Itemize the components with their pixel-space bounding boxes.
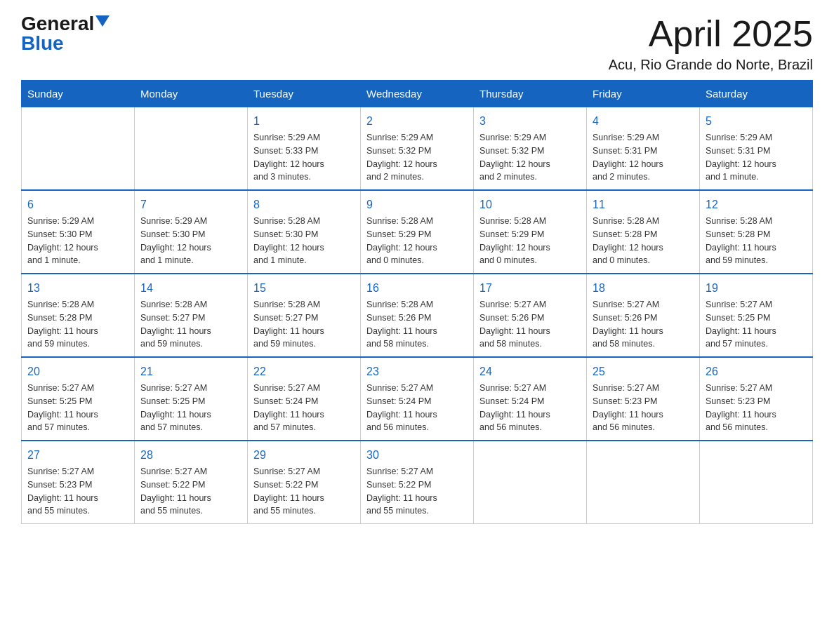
- day-info: Sunrise: 5:28 AM Sunset: 5:30 PM Dayligh…: [253, 215, 355, 267]
- table-row: 15Sunrise: 5:28 AM Sunset: 5:27 PM Dayli…: [248, 274, 361, 357]
- table-row: 24Sunrise: 5:27 AM Sunset: 5:24 PM Dayli…: [474, 357, 587, 441]
- table-row: 23Sunrise: 5:27 AM Sunset: 5:24 PM Dayli…: [361, 357, 474, 441]
- table-row: [700, 441, 813, 524]
- title-area: April 2025 Acu, Rio Grande do Norte, Bra…: [609, 14, 813, 73]
- day-number: 29: [253, 447, 355, 464]
- page-header: General Blue April 2025 Acu, Rio Grande …: [21, 14, 813, 73]
- header-monday: Monday: [135, 81, 248, 107]
- calendar-week-row: 20Sunrise: 5:27 AM Sunset: 5:25 PM Dayli…: [22, 357, 813, 441]
- day-info: Sunrise: 5:27 AM Sunset: 5:23 PM Dayligh…: [27, 465, 128, 518]
- header-wednesday: Wednesday: [361, 81, 474, 107]
- day-number: 12: [706, 196, 807, 213]
- day-number: 23: [366, 363, 468, 380]
- table-row: 26Sunrise: 5:27 AM Sunset: 5:23 PM Dayli…: [700, 357, 813, 441]
- table-row: [474, 441, 587, 524]
- table-row: 27Sunrise: 5:27 AM Sunset: 5:23 PM Dayli…: [22, 441, 135, 524]
- day-number: 5: [706, 113, 807, 130]
- day-info: Sunrise: 5:27 AM Sunset: 5:24 PM Dayligh…: [366, 382, 468, 434]
- day-number: 21: [140, 363, 241, 380]
- table-row: 12Sunrise: 5:28 AM Sunset: 5:28 PM Dayli…: [700, 190, 813, 274]
- table-row: 3Sunrise: 5:29 AM Sunset: 5:32 PM Daylig…: [474, 107, 587, 191]
- table-row: 18Sunrise: 5:27 AM Sunset: 5:26 PM Dayli…: [587, 274, 700, 357]
- table-row: 21Sunrise: 5:27 AM Sunset: 5:25 PM Dayli…: [135, 357, 248, 441]
- table-row: 2Sunrise: 5:29 AM Sunset: 5:32 PM Daylig…: [361, 107, 474, 191]
- day-info: Sunrise: 5:27 AM Sunset: 5:22 PM Dayligh…: [253, 465, 355, 518]
- table-row: [135, 107, 248, 191]
- day-number: 6: [27, 196, 128, 213]
- table-row: 14Sunrise: 5:28 AM Sunset: 5:27 PM Dayli…: [135, 274, 248, 357]
- table-row: 10Sunrise: 5:28 AM Sunset: 5:29 PM Dayli…: [474, 190, 587, 274]
- day-info: Sunrise: 5:29 AM Sunset: 5:32 PM Dayligh…: [479, 131, 581, 184]
- day-number: 14: [140, 280, 241, 297]
- day-info: Sunrise: 5:27 AM Sunset: 5:25 PM Dayligh…: [27, 382, 128, 434]
- logo-general-text: General: [21, 14, 94, 34]
- day-info: Sunrise: 5:27 AM Sunset: 5:24 PM Dayligh…: [479, 382, 581, 434]
- calendar-week-row: 6Sunrise: 5:29 AM Sunset: 5:30 PM Daylig…: [22, 190, 813, 274]
- day-info: Sunrise: 5:27 AM Sunset: 5:26 PM Dayligh…: [479, 298, 581, 351]
- day-number: 1: [253, 113, 355, 130]
- logo-blue-text: Blue: [21, 32, 64, 54]
- header-saturday: Saturday: [700, 81, 813, 107]
- day-info: Sunrise: 5:27 AM Sunset: 5:24 PM Dayligh…: [253, 382, 355, 434]
- table-row: 5Sunrise: 5:29 AM Sunset: 5:31 PM Daylig…: [700, 107, 813, 191]
- day-info: Sunrise: 5:28 AM Sunset: 5:27 PM Dayligh…: [253, 298, 355, 351]
- calendar-week-row: 13Sunrise: 5:28 AM Sunset: 5:28 PM Dayli…: [22, 274, 813, 357]
- day-number: 10: [479, 196, 581, 213]
- calendar-week-row: 1Sunrise: 5:29 AM Sunset: 5:33 PM Daylig…: [22, 107, 813, 191]
- table-row: 4Sunrise: 5:29 AM Sunset: 5:31 PM Daylig…: [587, 107, 700, 191]
- day-number: 9: [366, 196, 468, 213]
- table-row: 28Sunrise: 5:27 AM Sunset: 5:22 PM Dayli…: [135, 441, 248, 524]
- day-number: 19: [706, 280, 807, 297]
- day-info: Sunrise: 5:27 AM Sunset: 5:23 PM Dayligh…: [593, 382, 694, 434]
- day-number: 28: [140, 447, 241, 464]
- day-info: Sunrise: 5:29 AM Sunset: 5:33 PM Dayligh…: [253, 131, 355, 184]
- day-info: Sunrise: 5:28 AM Sunset: 5:29 PM Dayligh…: [479, 215, 581, 267]
- day-info: Sunrise: 5:28 AM Sunset: 5:29 PM Dayligh…: [366, 215, 468, 267]
- day-number: 25: [593, 363, 694, 380]
- logo: General Blue: [21, 14, 110, 53]
- day-info: Sunrise: 5:28 AM Sunset: 5:28 PM Dayligh…: [706, 215, 807, 267]
- day-number: 26: [706, 363, 807, 380]
- day-info: Sunrise: 5:28 AM Sunset: 5:26 PM Dayligh…: [366, 298, 468, 351]
- table-row: 9Sunrise: 5:28 AM Sunset: 5:29 PM Daylig…: [361, 190, 474, 274]
- table-row: 22Sunrise: 5:27 AM Sunset: 5:24 PM Dayli…: [248, 357, 361, 441]
- table-row: 16Sunrise: 5:28 AM Sunset: 5:26 PM Dayli…: [361, 274, 474, 357]
- day-number: 20: [27, 363, 128, 380]
- table-row: 8Sunrise: 5:28 AM Sunset: 5:30 PM Daylig…: [248, 190, 361, 274]
- day-info: Sunrise: 5:29 AM Sunset: 5:30 PM Dayligh…: [27, 215, 128, 267]
- header-tuesday: Tuesday: [248, 81, 361, 107]
- table-row: 19Sunrise: 5:27 AM Sunset: 5:25 PM Dayli…: [700, 274, 813, 357]
- table-row: 20Sunrise: 5:27 AM Sunset: 5:25 PM Dayli…: [22, 357, 135, 441]
- day-info: Sunrise: 5:29 AM Sunset: 5:31 PM Dayligh…: [593, 131, 694, 184]
- day-info: Sunrise: 5:27 AM Sunset: 5:26 PM Dayligh…: [593, 298, 694, 351]
- day-number: 13: [27, 280, 128, 297]
- calendar-header-row: Sunday Monday Tuesday Wednesday Thursday…: [22, 81, 813, 107]
- day-info: Sunrise: 5:28 AM Sunset: 5:27 PM Dayligh…: [140, 298, 241, 351]
- header-thursday: Thursday: [474, 81, 587, 107]
- table-row: 29Sunrise: 5:27 AM Sunset: 5:22 PM Dayli…: [248, 441, 361, 524]
- table-row: 13Sunrise: 5:28 AM Sunset: 5:28 PM Dayli…: [22, 274, 135, 357]
- day-number: 17: [479, 280, 581, 297]
- table-row: 1Sunrise: 5:29 AM Sunset: 5:33 PM Daylig…: [248, 107, 361, 191]
- day-number: 3: [479, 113, 581, 130]
- calendar-table: Sunday Monday Tuesday Wednesday Thursday…: [21, 80, 813, 524]
- day-number: 30: [366, 447, 468, 464]
- day-number: 27: [27, 447, 128, 464]
- header-sunday: Sunday: [22, 81, 135, 107]
- day-info: Sunrise: 5:27 AM Sunset: 5:25 PM Dayligh…: [706, 298, 807, 351]
- day-number: 16: [366, 280, 468, 297]
- table-row: 6Sunrise: 5:29 AM Sunset: 5:30 PM Daylig…: [22, 190, 135, 274]
- day-info: Sunrise: 5:29 AM Sunset: 5:30 PM Dayligh…: [140, 215, 241, 267]
- day-number: 11: [593, 196, 694, 213]
- logo-triangle-icon: [95, 15, 110, 27]
- day-number: 18: [593, 280, 694, 297]
- day-info: Sunrise: 5:28 AM Sunset: 5:28 PM Dayligh…: [27, 298, 128, 351]
- day-number: 4: [593, 113, 694, 130]
- day-info: Sunrise: 5:27 AM Sunset: 5:25 PM Dayligh…: [140, 382, 241, 434]
- day-number: 8: [253, 196, 355, 213]
- table-row: 25Sunrise: 5:27 AM Sunset: 5:23 PM Dayli…: [587, 357, 700, 441]
- header-friday: Friday: [587, 81, 700, 107]
- day-info: Sunrise: 5:27 AM Sunset: 5:22 PM Dayligh…: [140, 465, 241, 518]
- day-info: Sunrise: 5:27 AM Sunset: 5:23 PM Dayligh…: [706, 382, 807, 434]
- day-number: 24: [479, 363, 581, 380]
